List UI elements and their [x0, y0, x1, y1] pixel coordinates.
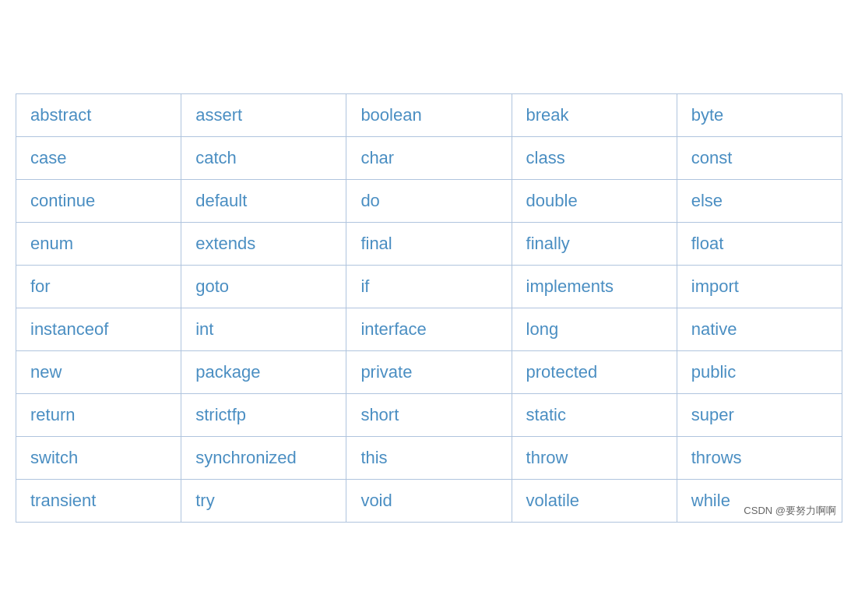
- keyword-cell: int: [181, 308, 346, 351]
- keyword-cell: import: [677, 266, 842, 308]
- keyword-cell: try: [181, 480, 346, 523]
- keyword-cell: do: [346, 180, 512, 223]
- keyword-cell: new: [16, 351, 181, 394]
- keyword-cell: goto: [181, 266, 346, 308]
- table-row: newpackageprivateprotectedpublic: [16, 351, 842, 394]
- keyword-cell: catch: [181, 137, 346, 180]
- keyword-cell: throws: [677, 437, 842, 480]
- keyword-cell: finally: [512, 223, 677, 266]
- keyword-cell: byte: [677, 94, 842, 137]
- keyword-cell: long: [512, 308, 677, 351]
- table-row: continuedefaultdodoubleelse: [16, 180, 842, 223]
- keyword-cell: transient: [16, 480, 181, 523]
- keyword-cell: static: [512, 394, 677, 437]
- keyword-cell: implements: [512, 266, 677, 308]
- watermark: CSDN @要努力啊啊: [744, 504, 836, 518]
- keyword-cell: double: [512, 180, 677, 223]
- table-row: enumextendsfinalfinallyfloat: [16, 223, 842, 266]
- keyword-cell: char: [346, 137, 512, 180]
- keyword-cell: else: [677, 180, 842, 223]
- table-row: transienttryvoidvolatilewhile: [16, 480, 842, 523]
- table-row: returnstrictfpshortstaticsuper: [16, 394, 842, 437]
- keyword-cell: if: [346, 266, 512, 308]
- keyword-cell: break: [512, 94, 677, 137]
- keyword-cell: default: [181, 180, 346, 223]
- keyword-cell: switch: [16, 437, 181, 480]
- keyword-cell: short: [346, 394, 512, 437]
- keywords-table: abstractassertbooleanbreakbytecasecatchc…: [16, 93, 842, 523]
- keyword-cell: strictfp: [181, 394, 346, 437]
- keyword-cell: package: [181, 351, 346, 394]
- keyword-cell: for: [16, 266, 181, 308]
- table-row: instanceofintinterfacelongnative: [16, 308, 842, 351]
- table-row: abstractassertbooleanbreakbyte: [16, 94, 842, 137]
- keyword-cell: case: [16, 137, 181, 180]
- keyword-cell: abstract: [16, 94, 181, 137]
- keyword-cell: boolean: [346, 94, 512, 137]
- keyword-cell: float: [677, 223, 842, 266]
- keyword-cell: public: [677, 351, 842, 394]
- keyword-cell: continue: [16, 180, 181, 223]
- table-row: forgotoifimplementsimport: [16, 266, 842, 308]
- keyword-cell: void: [346, 480, 512, 523]
- keyword-cell: const: [677, 137, 842, 180]
- keyword-cell: instanceof: [16, 308, 181, 351]
- page-wrapper: abstractassertbooleanbreakbytecasecatchc…: [16, 93, 842, 523]
- keyword-cell: return: [16, 394, 181, 437]
- keyword-cell: class: [512, 137, 677, 180]
- keyword-cell: super: [677, 394, 842, 437]
- keyword-cell: extends: [181, 223, 346, 266]
- keyword-cell: final: [346, 223, 512, 266]
- keyword-cell: private: [346, 351, 512, 394]
- keyword-cell: synchronized: [181, 437, 346, 480]
- table-row: switchsynchronizedthisthrowthrows: [16, 437, 842, 480]
- keyword-cell: volatile: [512, 480, 677, 523]
- keyword-cell: this: [346, 437, 512, 480]
- keyword-cell: interface: [346, 308, 512, 351]
- keyword-cell: protected: [512, 351, 677, 394]
- table-row: casecatchcharclassconst: [16, 137, 842, 180]
- keyword-cell: throw: [512, 437, 677, 480]
- keyword-cell: enum: [16, 223, 181, 266]
- keyword-cell: assert: [181, 94, 346, 137]
- keyword-cell: native: [677, 308, 842, 351]
